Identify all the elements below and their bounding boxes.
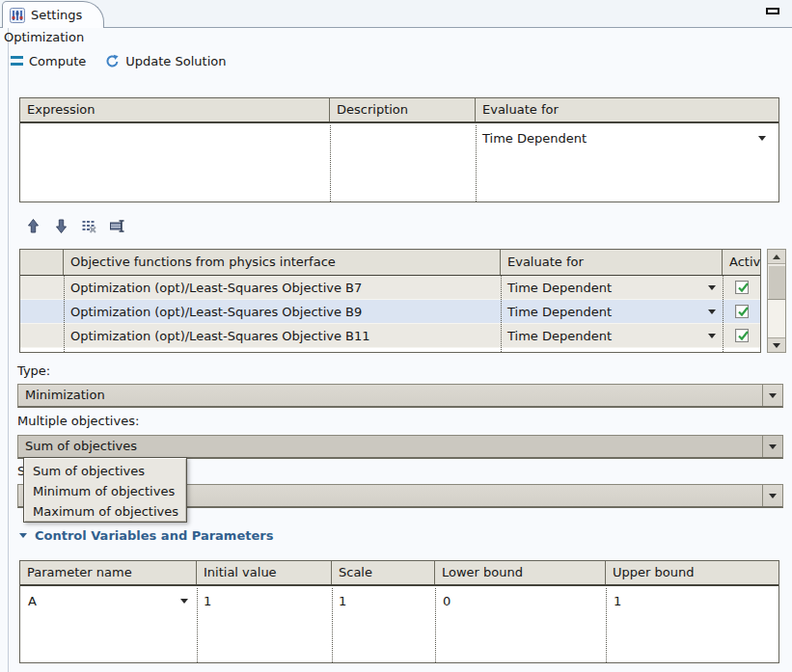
- column-header-scale: Scale: [332, 561, 435, 584]
- chevron-down-icon: [769, 393, 777, 398]
- chevron-down-icon: [769, 494, 777, 498]
- objective-row[interactable]: Optimization (opt)/Least-Squares Objecti…: [20, 276, 760, 300]
- vertical-scrollbar[interactable]: [767, 249, 786, 353]
- chevron-down-icon[interactable]: [180, 599, 188, 604]
- active-checkbox[interactable]: [735, 305, 749, 318]
- minimize-icon[interactable]: [766, 8, 779, 14]
- column-header-rowselector: [20, 250, 64, 275]
- check-icon: [736, 281, 751, 295]
- column-header-expression: Expression: [20, 98, 330, 121]
- chevron-down-icon[interactable]: [708, 334, 716, 338]
- column-header-upper-bound: Upper bound: [606, 561, 778, 584]
- evaluate-for-cell[interactable]: Time Dependent: [507, 324, 612, 348]
- settings-window: Settings Optimization Compute Update Sol…: [0, 0, 792, 672]
- column-separator: [332, 588, 333, 662]
- scrollbar-thumb[interactable]: [768, 265, 785, 300]
- multiple-objectives-label: Multiple objectives:: [17, 414, 139, 428]
- chevron-down-icon: [769, 444, 777, 449]
- parameter-name-cell[interactable]: A: [28, 589, 37, 613]
- type-value: Minimization: [25, 388, 105, 402]
- dropdown-popup: Sum of objectives Minimum of objectives …: [23, 457, 187, 523]
- compute-icon: [11, 56, 23, 66]
- parameters-table: Parameter name Initial value Scale Lower…: [19, 560, 779, 663]
- column-separator: [606, 588, 607, 662]
- column-separator: [476, 125, 477, 202]
- section-title: Control Variables and Parameters: [35, 528, 273, 543]
- type-label: Type:: [17, 363, 50, 378]
- column-header-description: Description: [330, 98, 476, 121]
- combo-arrow-button[interactable]: [762, 385, 782, 406]
- multiple-objectives-value: Sum of objectives: [25, 439, 137, 453]
- chevron-down-icon[interactable]: [708, 285, 716, 290]
- delete-button[interactable]: [79, 216, 98, 235]
- scale-cell[interactable]: 1: [339, 589, 346, 613]
- settings-icon: [10, 8, 25, 23]
- combo-arrow-button[interactable]: [762, 485, 782, 506]
- compute-button[interactable]: Compute: [11, 54, 86, 68]
- evaluate-for-cell[interactable]: Time Dependent: [482, 126, 587, 150]
- column-header-lower-bound: Lower bound: [435, 561, 606, 584]
- tab-label: Settings: [31, 8, 82, 22]
- scrollbar-down-button[interactable]: [768, 337, 785, 352]
- evaluate-for-cell[interactable]: Time Dependent: [507, 300, 612, 324]
- upper-bound-cell[interactable]: 1: [614, 589, 621, 613]
- load-from-file-button[interactable]: [107, 216, 126, 235]
- refresh-icon: [105, 54, 120, 68]
- initial-value-cell[interactable]: 1: [204, 589, 211, 613]
- objective-table-header: Objective functions from physics interfa…: [20, 250, 760, 276]
- objective-row[interactable]: Optimization (opt)/Least-Squares Objecti…: [20, 324, 760, 348]
- table-toolbar: [23, 216, 126, 235]
- dropdown-option-minimum[interactable]: Minimum of objectives: [24, 481, 186, 501]
- triangle-down-icon: [773, 343, 780, 348]
- column-separator: [501, 276, 502, 352]
- lower-bound-cell[interactable]: 0: [443, 589, 451, 613]
- active-checkbox[interactable]: [735, 329, 749, 342]
- active-checkbox[interactable]: [735, 281, 749, 294]
- triangle-up-icon: [773, 255, 780, 259]
- page-title: Optimization: [4, 30, 84, 44]
- column-separator: [330, 125, 331, 202]
- column-header-initial-value: Initial value: [197, 561, 332, 584]
- tab-settings[interactable]: Settings: [2, 1, 104, 28]
- column-header-evaluate-for: Evaluate for: [476, 98, 778, 121]
- parameters-table-header: Parameter name Initial value Scale Lower…: [20, 561, 778, 586]
- chevron-down-icon[interactable]: [708, 309, 716, 314]
- objective-functions-table: Objective functions from physics interfa…: [19, 249, 761, 353]
- column-header-objective: Objective functions from physics interfa…: [64, 250, 501, 275]
- expression-table: Expression Description Evaluate for Time…: [19, 97, 779, 202]
- column-separator: [64, 276, 65, 352]
- tab-bar: Settings: [0, 0, 792, 28]
- objective-cell: Optimization (opt)/Least-Squares Objecti…: [70, 276, 362, 300]
- column-header-active: Active: [723, 250, 760, 275]
- column-header-parameter-name: Parameter name: [20, 561, 197, 584]
- column-header-evaluate-for: Evaluate for: [501, 250, 723, 275]
- update-solution-label: Update Solution: [125, 54, 226, 68]
- combo-arrow-button[interactable]: [762, 436, 782, 457]
- type-combobox[interactable]: Minimization: [17, 384, 783, 408]
- column-separator: [197, 588, 198, 662]
- move-up-button[interactable]: [23, 216, 42, 235]
- move-down-icon: [53, 218, 69, 234]
- dropdown-option-maximum[interactable]: Maximum of objectives: [24, 501, 186, 522]
- control-variables-section-header[interactable]: Control Variables and Parameters: [19, 528, 273, 543]
- move-down-button[interactable]: [51, 216, 70, 235]
- objective-row-selected[interactable]: Optimization (opt)/Least-Squares Objecti…: [20, 300, 760, 324]
- compute-label: Compute: [29, 54, 86, 68]
- load-table-icon: [109, 218, 125, 234]
- move-up-icon: [25, 218, 41, 234]
- objective-cell: Optimization (opt)/Least-Squares Objecti…: [70, 300, 362, 324]
- delete-rows-icon: [81, 218, 97, 234]
- evaluate-for-cell[interactable]: Time Dependent: [507, 276, 612, 300]
- check-icon: [736, 305, 751, 319]
- expression-table-header: Expression Description Evaluate for: [20, 98, 778, 123]
- dropdown-option-sum[interactable]: Sum of objectives: [24, 461, 186, 481]
- collapse-triangle-icon: [19, 533, 27, 538]
- panel-left-border: [8, 28, 9, 672]
- chevron-down-icon[interactable]: [758, 136, 766, 141]
- toolbar: Compute Update Solution: [11, 52, 226, 69]
- column-separator: [435, 588, 436, 662]
- check-icon: [736, 329, 751, 343]
- multiple-objectives-combobox[interactable]: Sum of objectives: [17, 435, 783, 459]
- scrollbar-up-button[interactable]: [768, 250, 785, 264]
- update-solution-button[interactable]: Update Solution: [105, 54, 226, 68]
